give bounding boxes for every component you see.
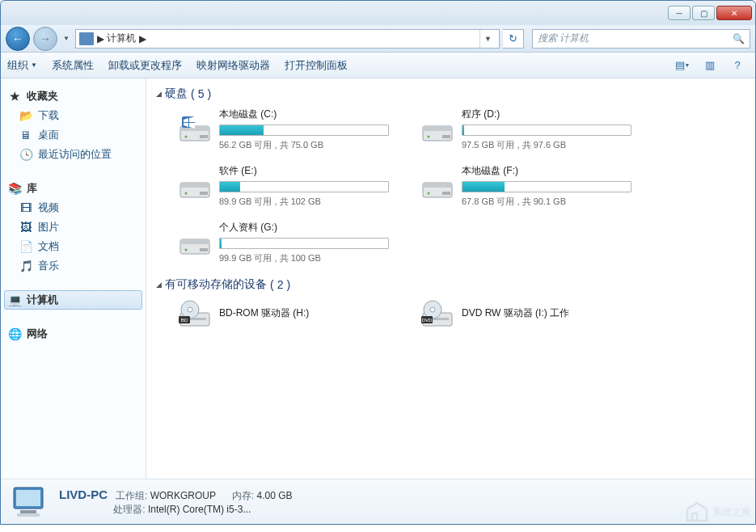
close-button[interactable]: ✕	[716, 6, 752, 20]
breadcrumb[interactable]: ▶ 计算机 ▶ ▼	[75, 29, 500, 49]
details-pane: LIVD-PC 工作组: WORKGROUP 内存: 4.00 GB 处理器: …	[1, 479, 755, 524]
desktop-icon: 🖥	[19, 129, 33, 141]
recent-icon: 🕓	[19, 148, 33, 161]
drive-status: 97.5 GB 可用 , 共 97.6 GB	[462, 139, 640, 151]
details-info: LIVD-PC 工作组: WORKGROUP 内存: 4.00 GB 处理器: …	[59, 488, 293, 517]
usage-bar	[462, 181, 631, 192]
sidebar-network[interactable]: 🌐网络	[4, 324, 142, 344]
preview-pane-button[interactable]: ▥	[699, 57, 721, 74]
refresh-button[interactable]: ↻	[503, 29, 524, 49]
sidebar-item-recent[interactable]: 🕓最近访问的位置	[4, 145, 142, 164]
svg-point-24	[188, 307, 192, 312]
svg-rect-6	[423, 126, 452, 131]
drive-item[interactable]: 本地磁盘 (F:) 67.8 GB 可用 , 共 90.1 GB	[416, 161, 643, 211]
breadcrumb-dropdown[interactable]: ▼	[479, 30, 496, 48]
group-header-removable[interactable]: ◢ 有可移动存储的设备 (2)	[156, 274, 745, 295]
document-icon: 📄	[19, 240, 33, 253]
maximize-button[interactable]: ▢	[692, 6, 715, 20]
drive-item[interactable]: 程序 (D:) 97.5 GB 可用 , 共 97.6 GB	[416, 104, 643, 154]
organize-menu[interactable]: 组织 ▼	[7, 58, 37, 73]
watermark: 系统之家	[685, 501, 751, 522]
svg-point-19	[185, 249, 188, 251]
drive-label: 本地磁盘 (F:)	[462, 164, 640, 178]
details-computer-name: LIVD-PC	[59, 488, 108, 501]
svg-point-30	[430, 307, 435, 312]
svg-rect-36	[17, 513, 40, 517]
collapse-icon: ◢	[156, 90, 162, 98]
network-icon: 🌐	[7, 327, 22, 340]
toolbar-system-properties[interactable]: 系统属性	[52, 58, 94, 73]
breadcrumb-location[interactable]: 计算机	[107, 32, 136, 45]
drive-item[interactable]: 个人资料 (G:) 99.9 GB 可用 , 共 100 GB	[174, 217, 400, 268]
sidebar-item-videos[interactable]: 🎞视频	[4, 198, 142, 217]
content-pane: ◢ 硬盘 (5) 本地磁盘 (C:) 56.2 GB 可用 , 共 75.0 G…	[146, 78, 755, 479]
titlebar: ─ ▢ ✕	[1, 1, 755, 25]
hard-disk-icon	[177, 170, 213, 202]
svg-text:DVD: DVD	[422, 318, 433, 323]
optical-drive-item[interactable]: DVD DVD RW 驱动器 (I:) 工作	[416, 295, 643, 334]
computer-large-icon	[9, 484, 48, 520]
sidebar-item-documents[interactable]: 📄文档	[4, 237, 142, 256]
library-icon: 📚	[7, 182, 22, 195]
optical-drive-item[interactable]: BD BD-ROM 驱动器 (H:)	[174, 295, 400, 334]
view-options-button[interactable]: ▤ ▼	[671, 57, 694, 74]
computer-icon: 💻	[7, 293, 22, 306]
drive-status: 99.9 GB 可用 , 共 100 GB	[219, 252, 397, 264]
svg-text:BD: BD	[181, 318, 188, 323]
minimize-button[interactable]: ─	[668, 6, 691, 20]
search-input[interactable]: 搜索 计算机 🔍	[532, 29, 750, 49]
svg-point-7	[428, 136, 430, 138]
sidebar-item-pictures[interactable]: 🖼图片	[4, 217, 142, 237]
usage-bar	[219, 238, 389, 249]
sidebar-favorites[interactable]: ★收藏夹	[4, 87, 142, 106]
group-header-hdd[interactable]: ◢ 硬盘 (5)	[156, 83, 745, 104]
folder-icon: 📂	[19, 109, 33, 122]
nav-bar: ← → ▼ ▶ 计算机 ▶ ▼ ↻ 搜索 计算机 🔍	[1, 25, 755, 53]
sidebar-item-desktop[interactable]: 🖥桌面	[4, 125, 142, 145]
drive-label: 个人资料 (G:)	[219, 221, 397, 234]
nav-history-dropdown[interactable]: ▼	[61, 27, 72, 50]
hard-disk-icon	[177, 113, 213, 146]
optical-disc-icon: DVD	[420, 298, 455, 331]
svg-point-15	[428, 192, 430, 195]
search-icon: 🔍	[733, 33, 745, 44]
svg-rect-18	[180, 239, 209, 244]
hard-disk-icon	[420, 170, 455, 202]
nav-back-button[interactable]: ←	[6, 27, 30, 51]
sidebar-libraries[interactable]: 📚库	[4, 179, 142, 198]
nav-forward-button[interactable]: →	[33, 27, 57, 51]
svg-rect-35	[20, 510, 36, 513]
usage-bar	[219, 125, 389, 136]
svg-rect-16	[442, 192, 450, 195]
toolbar-map-network-drive[interactable]: 映射网络驱动器	[196, 58, 270, 73]
drive-label: DVD RW 驱动器 (I:) 工作	[462, 306, 640, 320]
svg-rect-10	[180, 183, 209, 188]
drive-status: 67.8 GB 可用 , 共 90.1 GB	[462, 196, 640, 208]
svg-rect-12	[200, 192, 208, 195]
sidebar-item-downloads[interactable]: 📂下载	[4, 106, 142, 125]
drive-item[interactable]: 本地磁盘 (C:) 56.2 GB 可用 , 共 75.0 GB	[174, 104, 400, 154]
video-icon: 🎞	[19, 201, 33, 214]
toolbar-control-panel[interactable]: 打开控制面板	[285, 58, 348, 73]
breadcrumb-sep: ▶	[139, 33, 146, 44]
usage-bar	[219, 181, 389, 192]
svg-rect-14	[423, 183, 452, 188]
hard-disk-icon	[420, 113, 455, 146]
drive-label: 程序 (D:)	[462, 108, 640, 121]
svg-rect-20	[200, 248, 208, 251]
sidebar-computer[interactable]: 💻计算机	[4, 290, 142, 310]
toolbar-uninstall-programs[interactable]: 卸载或更改程序	[108, 58, 182, 73]
drive-item[interactable]: 软件 (E:) 89.9 GB 可用 , 共 102 GB	[174, 161, 400, 211]
drive-status: 56.2 GB 可用 , 共 75.0 GB	[219, 139, 397, 151]
sidebar-item-music[interactable]: 🎵音乐	[4, 256, 142, 276]
search-placeholder: 搜索 计算机	[538, 32, 589, 45]
drive-label: 本地磁盘 (C:)	[219, 108, 397, 121]
help-button[interactable]: ?	[726, 57, 749, 74]
star-icon: ★	[7, 90, 22, 103]
explorer-window: ─ ▢ ✕ ← → ▼ ▶ 计算机 ▶ ▼ ↻ 搜索 计算机 🔍 组织 ▼ 系统…	[0, 0, 756, 525]
breadcrumb-sep: ▶	[97, 33, 104, 44]
toolbar: 组织 ▼ 系统属性 卸载或更改程序 映射网络驱动器 打开控制面板 ▤ ▼ ▥ ?	[1, 53, 755, 78]
music-icon: 🎵	[19, 260, 33, 272]
svg-rect-8	[442, 135, 450, 138]
svg-rect-3	[200, 135, 208, 138]
